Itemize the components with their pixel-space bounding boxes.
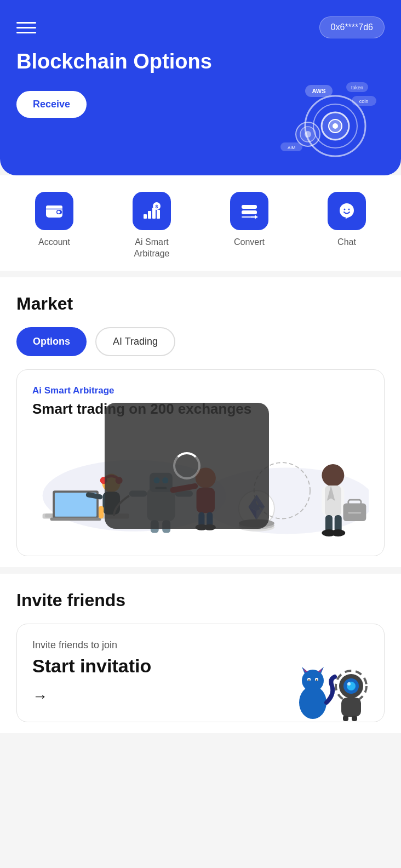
- svg-text:AIM: AIM: [288, 145, 296, 150]
- svg-rect-75: [325, 486, 341, 516]
- svg-rect-21: [144, 214, 147, 219]
- svg-rect-47: [99, 506, 104, 518]
- svg-rect-20: [46, 208, 62, 210]
- svg-point-34: [348, 209, 350, 210]
- receive-button[interactable]: Receive: [16, 91, 87, 118]
- svg-rect-24: [157, 210, 160, 219]
- svg-point-88: [308, 679, 310, 681]
- svg-rect-27: [242, 205, 257, 209]
- invite-illustration: [280, 656, 379, 722]
- invite-section: Invite friends Invite friends to join St…: [0, 574, 401, 733]
- convert-icon: [230, 192, 268, 230]
- loading-overlay: [105, 403, 269, 529]
- svg-point-32: [340, 203, 354, 218]
- svg-rect-29: [242, 216, 251, 218]
- svg-point-99: [347, 682, 351, 686]
- wallet-address[interactable]: 0x6****7d6: [319, 16, 385, 38]
- card-tag: Ai Smart Arbitrage: [32, 385, 369, 396]
- svg-rect-28: [242, 210, 257, 214]
- svg-rect-102: [352, 716, 357, 721]
- svg-point-13: [305, 131, 311, 138]
- account-icon: [35, 192, 73, 230]
- tab-ai-trading[interactable]: AI Trading: [95, 327, 175, 356]
- invite-card: Invite friends to join Start invitatio →: [16, 624, 385, 722]
- svg-point-33: [344, 209, 346, 210]
- svg-rect-80: [348, 512, 361, 513]
- loading-spinner: [173, 452, 200, 479]
- page-title: Blockchain Options: [16, 49, 385, 75]
- market-title: Market: [16, 294, 385, 314]
- action-ai-smart-arbitrage[interactable]: $ Ai SmartArbitrage: [119, 192, 185, 260]
- ai-smart-arbitrage-icon: $: [133, 192, 171, 230]
- header-top: 0x6****7d6: [16, 16, 385, 38]
- svg-text:coin: coin: [359, 99, 369, 104]
- svg-rect-22: [148, 211, 151, 219]
- header: 0x6****7d6 Blockchain Options Receive AW…: [0, 0, 401, 175]
- invite-subtitle: Invite friends to join: [32, 639, 369, 651]
- svg-text:token: token: [351, 85, 363, 90]
- svg-point-19: [58, 211, 60, 214]
- menu-button[interactable]: [16, 22, 36, 33]
- svg-point-89: [316, 679, 318, 681]
- tab-options[interactable]: Options: [16, 327, 87, 356]
- svg-text:$: $: [155, 204, 158, 209]
- account-label: Account: [38, 237, 70, 248]
- svg-rect-41: [50, 517, 101, 521]
- svg-point-10: [333, 123, 338, 129]
- svg-rect-100: [341, 698, 361, 717]
- market-section: Market Options AI Trading Ai Smart Arbit…: [0, 277, 401, 567]
- market-card: Ai Smart Arbitrage Smart trading on 200 …: [16, 369, 385, 556]
- chat-label: Chat: [337, 237, 356, 248]
- quick-actions: Account $ Ai SmartArbitrage: [0, 175, 401, 271]
- action-account[interactable]: Account: [21, 192, 87, 260]
- ai-smart-arbitrage-label: Ai SmartArbitrage: [134, 237, 170, 260]
- svg-point-94: [299, 686, 326, 719]
- svg-point-84: [331, 529, 345, 536]
- action-convert[interactable]: Convert: [216, 192, 282, 260]
- market-tabs: Options AI Trading: [16, 327, 385, 356]
- svg-text:AWS: AWS: [312, 88, 325, 94]
- convert-label: Convert: [234, 237, 265, 248]
- chat-icon-bg: [328, 192, 366, 230]
- svg-point-73: [322, 464, 344, 487]
- svg-rect-101: [343, 716, 348, 721]
- header-illustration: AWS token coin AIM: [275, 82, 385, 159]
- invite-title: Invite friends: [16, 590, 385, 610]
- action-chat[interactable]: Chat: [314, 192, 380, 260]
